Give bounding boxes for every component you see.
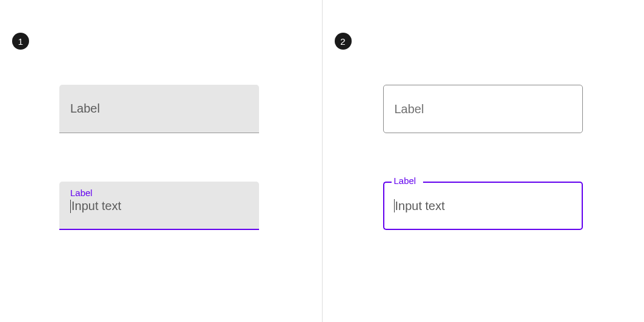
filled-text-field-inactive[interactable]: Label	[59, 85, 259, 133]
example-number-badge: 2	[335, 33, 352, 50]
outlined-fields-group: Label Label Input text	[383, 85, 583, 230]
panel-outlined: 2 Label Label Input text	[323, 0, 645, 322]
outlined-text-field-active[interactable]: Label Input text	[383, 182, 583, 230]
filled-inactive-label: Label	[70, 102, 100, 116]
outlined-text-field-inactive[interactable]: Label	[383, 85, 583, 133]
badge-number: 1	[18, 36, 23, 47]
panel-filled: 1 Label Label Input text	[0, 0, 323, 322]
filled-fields-group: Label Label Input text	[59, 85, 259, 230]
outlined-active-input-text: Input text	[395, 199, 445, 213]
filled-active-input-text: Input text	[71, 199, 121, 213]
outlined-input-area: Input text	[383, 182, 583, 230]
text-cursor-icon	[70, 200, 71, 213]
example-container: 1 Label Label Input text 2 Label	[0, 0, 644, 322]
filled-active-floating-label: Label	[70, 188, 248, 198]
outlined-inactive-label: Label	[395, 102, 424, 116]
example-number-badge: 1	[12, 33, 29, 50]
badge-number: 2	[340, 36, 345, 47]
filled-input-row: Input text	[70, 199, 248, 213]
text-cursor-icon	[394, 199, 395, 212]
filled-text-field-active[interactable]: Label Input text	[59, 182, 259, 230]
